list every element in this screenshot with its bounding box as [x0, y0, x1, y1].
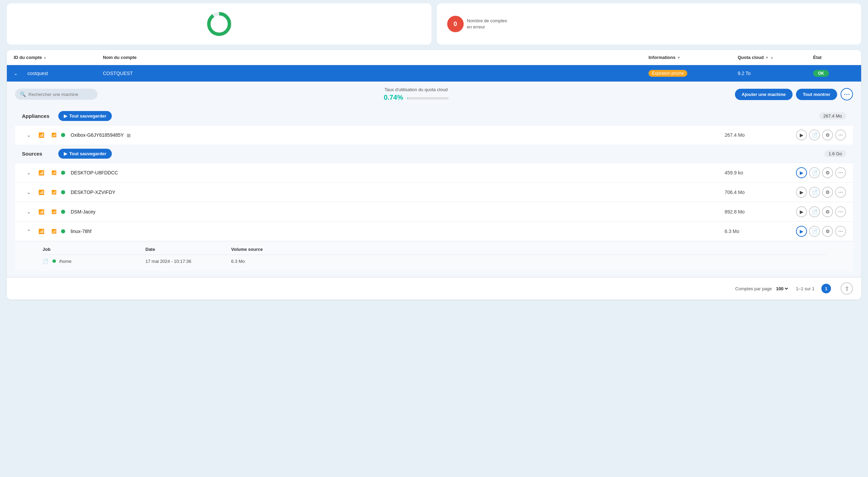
- quota-bar-fill: [407, 97, 408, 99]
- copy-icon[interactable]: ▦: [127, 133, 131, 138]
- table-footer: Comptes par page 100 50 25 1–1 sur 1 1 ⇧: [7, 277, 861, 299]
- machine-name-source-3: linux-78hf: [71, 229, 722, 234]
- search-icon: 🔍: [20, 91, 26, 97]
- wifi-icon-s2: 📶: [38, 209, 49, 215]
- machine-size-source-1: 706.4 Mo: [725, 189, 793, 195]
- settings-button-appliance-0[interactable]: ⚙: [822, 130, 833, 140]
- page-1-button[interactable]: 1: [821, 284, 831, 293]
- table-header: ID du compte ▲ Nom du compte Information…: [7, 50, 861, 65]
- sub-row-volume: 6.3 Mo: [231, 259, 300, 264]
- sub-th-volume: Volume source: [231, 247, 300, 252]
- signal-icon: 📶: [51, 133, 58, 137]
- row-chevron[interactable]: ⌄: [14, 71, 27, 76]
- backup-run-button-source-2[interactable]: ▶: [796, 206, 807, 217]
- sources-total-size: 1.6 Go: [824, 150, 846, 157]
- machine-chevron-source-1[interactable]: ⌄: [22, 189, 36, 195]
- machine-chevron-appliance-0[interactable]: ⌄: [22, 132, 36, 138]
- machine-name-source-2: DSM-Jacey: [71, 209, 722, 215]
- more-options-button[interactable]: ⋯: [841, 88, 853, 100]
- main-table: ID du compte ▲ Nom du compte Information…: [7, 50, 861, 299]
- donut-chart: [205, 10, 233, 38]
- report-button-source-2[interactable]: 📄: [809, 206, 820, 217]
- filter-icon: ▼: [677, 56, 681, 60]
- machine-row-appliance-0: ⌄ 📶 📶 Oxibox-G6JY61859485Y ▦ 267.4 Mo ▶ …: [15, 125, 853, 145]
- signal-icon-s1: 📶: [51, 190, 58, 195]
- machine-actions-source-3: ▶ 📄 ⚙ ⋯: [796, 226, 846, 237]
- quota-filter-icon: ▼: [765, 56, 769, 60]
- settings-button-source-1[interactable]: ⚙: [822, 187, 833, 198]
- per-page-label: Comptes par page: [735, 286, 772, 291]
- machine-size-source-0: 459.9 ko: [725, 170, 793, 175]
- machine-size-source-3: 6.3 Mo: [725, 229, 793, 234]
- sources-section-header: Sources ▶ Tout sauvegarder 1.6 Go: [15, 145, 853, 163]
- machine-search-box[interactable]: 🔍: [15, 89, 97, 100]
- error-count-circle: 0: [447, 16, 464, 32]
- more-button-appliance-0[interactable]: ⋯: [835, 130, 846, 140]
- machine-chevron-source-2[interactable]: ⌄: [22, 209, 36, 215]
- machine-chevron-source-0[interactable]: ⌄: [22, 170, 36, 175]
- scroll-top-button[interactable]: ⇧: [841, 282, 853, 295]
- account-details: 🔍 Taux d'utilisation du quota cloud 0.74…: [7, 82, 861, 277]
- machine-actions-source-1: ▶ 📄 ⚙ ⋯: [796, 187, 846, 198]
- sub-row-job: 📄 /home: [43, 258, 145, 264]
- status-dot-s1: [61, 190, 65, 194]
- wifi-icon-s0: 📶: [38, 170, 49, 175]
- signal-icon-s0: 📶: [51, 170, 58, 175]
- machine-name-appliance-0: Oxibox-G6JY61859485Y ▦: [71, 132, 722, 138]
- account-quota: 9.2 To: [738, 71, 813, 76]
- machine-row-source-2: ⌄ 📶 📶 DSM-Jacey 892.8 Mo ▶ 📄 ⚙ ⋯: [15, 202, 853, 221]
- wifi-icon-s1: 📶: [38, 189, 49, 195]
- show-all-button[interactable]: Tout montrer: [796, 89, 837, 100]
- th-account-id[interactable]: ID du compte ▲: [14, 55, 103, 60]
- report-button-appliance-0[interactable]: 📄: [809, 130, 820, 140]
- th-quota[interactable]: Quota cloud ▼ ▲: [738, 55, 813, 60]
- machine-chevron-source-3[interactable]: ⌄: [22, 229, 36, 234]
- more-button-source-3[interactable]: ⋯: [835, 226, 846, 237]
- machine-actions-source-0: ▶ 📄 ⚙ ⋯: [796, 167, 846, 178]
- th-account-name[interactable]: Nom du compte: [103, 55, 649, 60]
- status-dot-s3: [61, 229, 65, 233]
- quota-sort-icon: ▲: [770, 56, 774, 59]
- th-informations[interactable]: Informations ▼: [649, 55, 738, 60]
- appliances-section-header: Appliances ▶ Tout sauvegarder 267.4 Mo: [15, 107, 853, 125]
- error-sublabel: en erreur: [467, 24, 485, 29]
- machine-row-source-3: ⌄ 📶 📶 linux-78hf 6.3 Mo ▶ 📄 ⚙ ⋯: [15, 221, 853, 241]
- report-button-source-1[interactable]: 📄: [809, 187, 820, 198]
- svg-point-1: [209, 14, 229, 34]
- backup-run-button-source-3[interactable]: ▶: [796, 226, 807, 237]
- sub-table-row-0: 📄 /home 17 mai 2024 - 10:17:36 6.3 Mo: [43, 255, 825, 267]
- search-input[interactable]: [28, 92, 93, 97]
- more-button-source-0[interactable]: ⋯: [835, 167, 846, 178]
- play-icon-sources: ▶: [64, 151, 67, 156]
- ok-badge: OK: [813, 70, 829, 77]
- report-button-source-0[interactable]: 📄: [809, 167, 820, 178]
- settings-button-source-0[interactable]: ⚙: [822, 167, 833, 178]
- account-row-selected[interactable]: ⌄ costquest COSTQUEST Expiration proche …: [7, 65, 861, 82]
- machine-name-source-1: DESKTOP-XZVIFDY: [71, 189, 722, 195]
- sources-save-all-button[interactable]: ▶ Tout sauvegarder: [58, 149, 112, 159]
- per-page-select[interactable]: 100 50 25: [775, 286, 789, 292]
- report-button-source-3[interactable]: 📄: [809, 226, 820, 237]
- account-id: costquest: [27, 71, 103, 76]
- sub-table-linux: Job Date Volume source 📄 /home 17 mai 20…: [15, 241, 853, 271]
- error-count: 0: [453, 21, 457, 28]
- sub-th-date: Date: [145, 247, 231, 252]
- backup-run-button-appliance-0[interactable]: ▶: [796, 130, 807, 140]
- machine-name-source-0: DESKTOP-U8FDDCC: [71, 170, 722, 175]
- add-machine-button[interactable]: Ajouter une machine: [735, 89, 793, 100]
- settings-button-source-3[interactable]: ⚙: [822, 226, 833, 237]
- page-info: 1–1 sur 1: [796, 286, 815, 291]
- backup-run-button-source-0[interactable]: ▶: [796, 167, 807, 178]
- appliances-save-all-button[interactable]: ▶ Tout sauvegarder: [58, 111, 112, 121]
- quota-usage: Taux d'utilisation du quota cloud 0.74%: [104, 87, 728, 101]
- th-state: État: [813, 55, 854, 60]
- more-button-source-1[interactable]: ⋯: [835, 187, 846, 198]
- more-button-source-2[interactable]: ⋯: [835, 206, 846, 217]
- expiring-badge: Expiration proche: [649, 70, 687, 77]
- machine-actions-source-2: ▶ 📄 ⚙ ⋯: [796, 206, 846, 217]
- account-state: OK: [813, 70, 854, 77]
- quota-bar: [407, 97, 449, 99]
- backup-run-button-source-1[interactable]: ▶: [796, 187, 807, 198]
- sources-title: Sources: [22, 151, 53, 157]
- settings-button-source-2[interactable]: ⚙: [822, 206, 833, 217]
